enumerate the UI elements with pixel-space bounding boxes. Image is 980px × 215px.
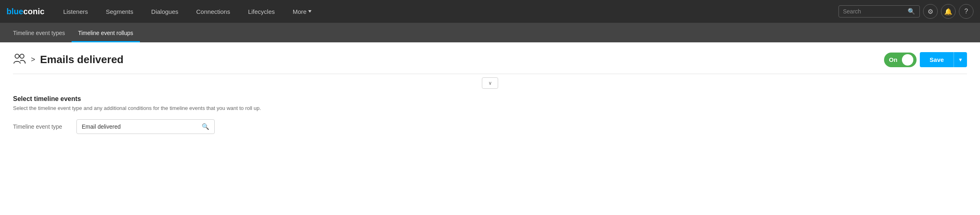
nav-more-arrow-icon bbox=[308, 10, 311, 13]
save-dropdown-arrow-icon: ▼ bbox=[958, 57, 963, 63]
form-row: Timeline event type 🔍 bbox=[13, 119, 967, 134]
chevron-down-icon: ∨ bbox=[488, 80, 492, 86]
breadcrumb-arrow-icon: > bbox=[31, 55, 35, 64]
toggle-label: On bbox=[889, 56, 897, 63]
save-button-group: Save ▼ bbox=[920, 52, 967, 67]
search-icon-small: 🔍 bbox=[202, 123, 209, 130]
bell-icon: 🔔 bbox=[944, 8, 952, 15]
page-title-area: > Emails delivered bbox=[13, 53, 124, 67]
section-title: Select timeline events bbox=[13, 95, 967, 103]
sub-nav-timeline-event-rollups[interactable]: Timeline event rollups bbox=[72, 30, 140, 42]
nav-item-segments[interactable]: Segments bbox=[97, 0, 142, 23]
timeline-event-type-input[interactable] bbox=[82, 123, 198, 130]
save-dropdown-button[interactable]: ▼ bbox=[954, 52, 967, 67]
form-label-timeline-event-type: Timeline event type bbox=[13, 123, 70, 130]
breadcrumb-icon bbox=[13, 53, 26, 67]
svg-point-1 bbox=[20, 54, 24, 58]
save-button[interactable]: Save bbox=[920, 52, 954, 67]
settings-icon: ⚙ bbox=[928, 8, 933, 15]
notifications-button[interactable]: 🔔 bbox=[941, 4, 956, 19]
nav-more-label: More bbox=[293, 8, 307, 15]
toggle-circle bbox=[902, 54, 913, 66]
logo-blue-text: blue bbox=[7, 7, 23, 16]
nav-item-more[interactable]: More bbox=[284, 0, 320, 23]
collapse-row: ∨ bbox=[13, 77, 967, 89]
help-icon: ? bbox=[965, 8, 968, 15]
header-actions: On Save ▼ bbox=[884, 52, 967, 67]
nav-item-lifecycles[interactable]: Lifecycles bbox=[239, 0, 284, 23]
settings-button[interactable]: ⚙ bbox=[923, 4, 938, 19]
nav-links: Listeners Segments Dialogues Connections… bbox=[54, 0, 838, 23]
sub-nav-timeline-event-types[interactable]: Timeline event types bbox=[7, 30, 72, 42]
page-content: > Emails delivered On Save ▼ ∨ Select ti… bbox=[0, 42, 980, 144]
timeline-event-type-input-box[interactable]: 🔍 bbox=[76, 119, 215, 134]
search-input[interactable] bbox=[843, 8, 905, 15]
search-box[interactable]: 🔍 bbox=[838, 5, 920, 18]
logo-white-text: conic bbox=[23, 7, 44, 16]
sub-navigation: Timeline event types Timeline event roll… bbox=[0, 23, 980, 42]
nav-item-dialogues[interactable]: Dialogues bbox=[142, 0, 187, 23]
collapse-button[interactable]: ∨ bbox=[482, 77, 498, 89]
logo[interactable]: blue conic bbox=[7, 7, 44, 16]
toggle-button[interactable]: On bbox=[884, 53, 917, 67]
nav-item-listeners[interactable]: Listeners bbox=[54, 0, 97, 23]
page-header: > Emails delivered On Save ▼ bbox=[13, 52, 967, 74]
search-icon: 🔍 bbox=[908, 8, 915, 15]
section-description: Select the timeline event type and any a… bbox=[13, 105, 967, 111]
svg-point-0 bbox=[15, 54, 19, 58]
help-button[interactable]: ? bbox=[959, 4, 973, 19]
page-title: Emails delivered bbox=[40, 53, 124, 66]
top-navigation: blue conic Listeners Segments Dialogues … bbox=[0, 0, 980, 23]
nav-right-actions: 🔍 ⚙ 🔔 ? bbox=[838, 4, 973, 19]
nav-item-connections[interactable]: Connections bbox=[187, 0, 239, 23]
